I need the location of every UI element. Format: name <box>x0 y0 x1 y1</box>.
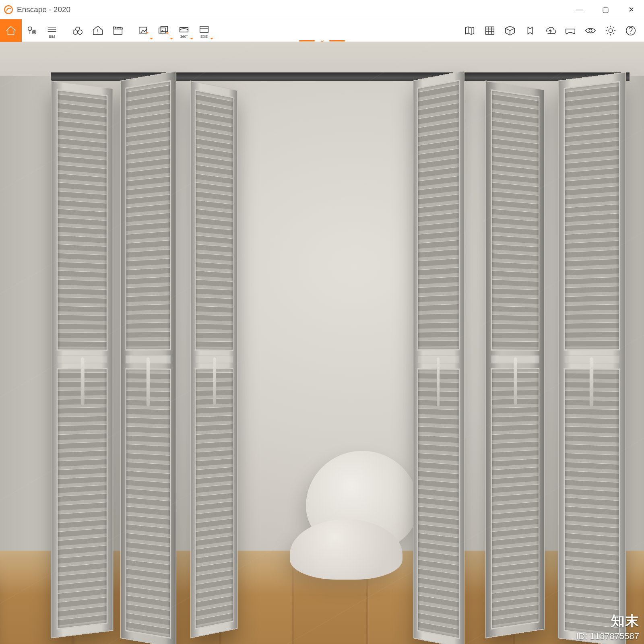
panorama-button[interactable]: 360° <box>174 19 194 42</box>
louver-section <box>564 368 620 638</box>
screenshot-icon <box>137 24 151 37</box>
batch-render-button[interactable] <box>154 19 174 42</box>
minimize-icon: — <box>576 5 583 14</box>
toolbar-left-group: BIM <box>0 19 217 41</box>
binoculars-button[interactable] <box>68 19 88 42</box>
video-button[interactable] <box>108 19 128 42</box>
svg-point-4 <box>73 30 78 34</box>
louver-section <box>126 368 171 639</box>
enscape-logo-icon <box>3 4 14 15</box>
window-title: Enscape - 2020 <box>17 5 70 14</box>
help-button[interactable] <box>621 19 641 42</box>
door-panel <box>558 72 626 644</box>
svg-point-1 <box>28 27 32 30</box>
maximize-button[interactable]: ▢ <box>592 0 618 19</box>
dropdown-indicator-icon <box>190 38 193 39</box>
louver-section <box>195 89 233 351</box>
upload-cloud-icon <box>543 24 557 37</box>
map-icon <box>463 24 477 37</box>
louver-section <box>491 89 539 351</box>
door-panel <box>51 80 114 638</box>
site-context-button[interactable] <box>460 19 480 42</box>
dropdown-indicator-icon <box>210 38 213 39</box>
door-panel <box>413 70 464 644</box>
louver-section <box>57 89 108 351</box>
panorama-label: 360° <box>180 35 188 39</box>
svg-point-13 <box>589 29 592 32</box>
tilt-rod <box>213 357 216 405</box>
export-exe-icon <box>197 22 211 36</box>
manage-views-button[interactable] <box>22 19 42 42</box>
manage-uploads-button[interactable] <box>540 19 560 42</box>
title-bar: Enscape - 2020 — ▢ ✕ <box>0 0 644 19</box>
door-panel <box>120 71 176 644</box>
svg-rect-11 <box>200 26 208 32</box>
svg-point-15 <box>626 26 636 35</box>
vr-headset-icon <box>564 24 577 37</box>
cube-icon <box>503 24 517 37</box>
tilt-rod <box>590 357 593 407</box>
help-icon <box>624 24 638 37</box>
louver-section <box>491 368 539 630</box>
svg-rect-9 <box>161 26 168 31</box>
louver-section <box>417 368 460 639</box>
batch-render-icon <box>157 24 171 37</box>
dropdown-indicator-icon <box>150 38 153 39</box>
tilt-rod <box>80 357 84 405</box>
pin-eye-icon <box>25 24 39 37</box>
tilt-rod <box>147 357 150 407</box>
svg-rect-12 <box>486 27 494 34</box>
panorama-360-icon <box>177 22 191 36</box>
svg-point-5 <box>78 30 82 34</box>
frame-warning-icon <box>91 24 105 37</box>
gear-icon <box>604 24 617 37</box>
door-panel <box>190 80 238 638</box>
collaborate-icon <box>523 24 537 37</box>
louver-section <box>195 368 233 629</box>
bim-label: BIM <box>49 35 55 39</box>
vr-button[interactable] <box>560 19 580 42</box>
louver-section <box>564 81 620 351</box>
export-exe-button[interactable]: EXE <box>194 19 214 42</box>
svg-point-0 <box>4 6 12 14</box>
close-icon: ✕ <box>628 5 634 14</box>
bim-mode-button[interactable]: BIM <box>42 19 62 42</box>
exe-label: EXE <box>200 35 208 39</box>
maximize-icon: ▢ <box>602 5 609 14</box>
collaborate-button[interactable] <box>520 19 540 42</box>
louver-section <box>126 80 171 351</box>
bim-icon <box>45 22 59 36</box>
visual-settings-button[interactable] <box>580 19 601 42</box>
general-settings-button[interactable] <box>601 19 621 42</box>
svg-rect-8 <box>159 28 166 33</box>
asset-library-button[interactable] <box>480 19 500 42</box>
clapperboard-icon <box>111 24 125 37</box>
folding-door-right <box>413 80 630 638</box>
louver-section <box>417 80 460 351</box>
window-controls: — ▢ ✕ <box>567 0 644 19</box>
svg-point-2 <box>32 30 36 34</box>
library-grid-icon <box>483 24 497 37</box>
svg-rect-10 <box>180 27 188 32</box>
close-button[interactable]: ✕ <box>618 0 644 19</box>
svg-rect-7 <box>139 27 147 33</box>
folding-door-left <box>51 80 260 638</box>
home-button[interactable] <box>0 19 22 42</box>
dropdown-indicator-icon <box>170 38 173 39</box>
eye-icon <box>584 24 597 37</box>
svg-rect-6 <box>114 29 122 34</box>
tilt-rod <box>514 357 517 405</box>
safe-frame-button[interactable] <box>88 19 108 42</box>
main-toolbar: BIM <box>0 19 644 42</box>
screenshot-button[interactable] <box>134 19 154 42</box>
svg-point-14 <box>609 29 612 32</box>
tilt-rod <box>437 357 440 407</box>
toolbar-right-group <box>456 19 644 41</box>
render-viewport[interactable]: 知末 ID: 1137875587 <box>0 42 644 644</box>
binoculars-icon <box>71 24 85 37</box>
svg-point-3 <box>33 31 35 33</box>
door-panel <box>485 80 545 638</box>
material-editor-button[interactable] <box>500 19 520 42</box>
minimize-button[interactable]: — <box>567 0 592 19</box>
home-icon <box>4 24 18 37</box>
